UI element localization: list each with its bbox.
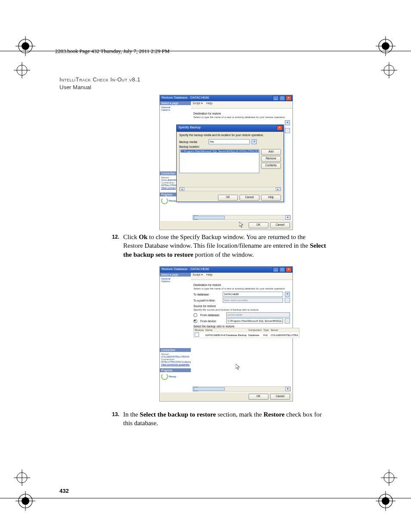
t: Restore <box>264 411 285 418</box>
script-menu[interactable]: Script ▾ <box>193 102 203 105</box>
backup-location-item[interactable]: C:\Program Files\Microsoft SQL Server\MS… <box>181 150 259 152</box>
modal-cancel-button[interactable]: Cancel <box>240 195 259 201</box>
col-name[interactable]: Name <box>205 328 247 332</box>
select-page-header: Select a page <box>160 101 191 105</box>
backup-media-label: Backup media: <box>179 140 207 143</box>
step-12-number: 12. <box>112 233 119 240</box>
right-pane: Script ▾ Help Destination for restore Se… <box>191 273 293 392</box>
add-button[interactable]: Add <box>261 149 281 155</box>
scroll-thumb[interactable] <box>194 216 225 219</box>
left-pane: Select a page General Options Connection… <box>160 273 191 392</box>
src-help: Specify the source and location of backu… <box>193 308 290 311</box>
cancel-button[interactable]: Cancel <box>270 222 290 228</box>
to-db-dropdown-arrow-icon[interactable]: ▾ <box>285 120 290 125</box>
modal-close-button[interactable]: × <box>277 125 283 131</box>
cancel-button[interactable]: Cancel <box>270 394 290 400</box>
minimize-button[interactable]: _ <box>273 96 279 101</box>
page-options[interactable]: Options <box>161 109 190 111</box>
dest-help: Select or type the name of a new or exis… <box>193 116 290 118</box>
registration-mark-icon <box>376 36 395 56</box>
cell-component: Database <box>247 332 262 338</box>
remove-button[interactable]: Remove <box>261 156 281 162</box>
to-point-label: To a point in time: <box>193 299 221 302</box>
to-db-input[interactable]: DATACHE80 <box>223 292 283 297</box>
col-server[interactable]: Server <box>270 328 299 332</box>
from-device-input[interactable]: C:\Program Files\Microsoft SQL Server\MS… <box>226 318 283 324</box>
from-db-input: DATACHE80 <box>226 312 290 317</box>
t: Ok <box>139 233 147 240</box>
crop-target-icon <box>12 468 32 488</box>
crop-target-icon <box>379 468 399 488</box>
backup-location-list[interactable]: C:\Program Files\Microsoft SQL Server\MS… <box>179 149 259 173</box>
cell-type: Full <box>262 332 270 338</box>
crop-target-icon <box>379 60 399 80</box>
modal-help-button[interactable]: Help <box>261 195 281 201</box>
registration-mark-icon <box>376 491 395 511</box>
from-device-browse-button[interactable]: … <box>285 318 290 324</box>
from-database-radio[interactable] <box>193 313 197 317</box>
maximize-button[interactable]: □ <box>279 267 285 272</box>
to-db-dropdown-icon[interactable]: ▾ <box>285 292 290 297</box>
modal-ok-button[interactable]: OK <box>218 195 238 201</box>
col-component[interactable]: Component <box>247 328 262 332</box>
restore-database-window: Restore Database - DATACHE80 _ □ × Selec… <box>159 95 293 230</box>
t: Select the backup to restore <box>140 411 216 418</box>
view-connection-link[interactable]: View connection properties <box>161 363 190 366</box>
progress-header: Progress <box>160 368 191 372</box>
t: section, mark the <box>216 411 263 418</box>
window-title: Restore Database - DATACHE80 <box>162 96 209 100</box>
contents-button[interactable]: Contents <box>261 163 281 169</box>
dest-header: Destination for restore <box>193 283 290 286</box>
from-db-label: From database: <box>200 314 224 317</box>
to-point-input: Most recent possible <box>223 298 283 303</box>
browse-button[interactable]: … <box>285 128 290 133</box>
registration-mark-icon <box>16 36 35 56</box>
step-13-number: 13. <box>112 411 119 418</box>
progress-ready: Ready <box>169 199 176 202</box>
close-button[interactable]: × <box>286 96 292 101</box>
cursor-icon <box>239 222 243 228</box>
window-title: Restore Database - DATACHE80 <box>162 267 209 271</box>
step-13-text: 13. In the Select the backup to restore … <box>123 410 327 428</box>
page-number: 432 <box>59 488 69 494</box>
col-restore[interactable]: Restore <box>194 328 205 332</box>
page-options[interactable]: Options <box>161 280 190 283</box>
horizontal-scrollbar[interactable]: ◂ ▸ <box>193 386 291 392</box>
maximize-button[interactable]: □ <box>279 96 285 101</box>
from-device-radio[interactable] <box>193 319 197 323</box>
col-type[interactable]: Type <box>262 328 270 332</box>
progress-ring-icon <box>161 373 168 380</box>
modal-hscroll[interactable]: ◂ ▸ <box>179 187 281 191</box>
minimize-button[interactable]: _ <box>273 267 279 272</box>
backup-media-dropdown-icon[interactable]: ▾ <box>252 139 257 144</box>
restore-checkbox[interactable] <box>195 333 199 337</box>
scroll-right-icon[interactable]: ▸ <box>285 387 290 391</box>
scroll-left-icon[interactable]: ◂ <box>180 187 184 191</box>
backup-sets-table: Restore Name Component Type Server DATAC… <box>193 328 299 338</box>
help-menu[interactable]: Help <box>206 273 212 276</box>
sets-label: Select the backup sets to restore: <box>193 325 290 328</box>
backup-media-select[interactable]: File <box>209 139 250 144</box>
toolbar: Script ▾ Help <box>191 273 293 280</box>
dest-header: Destination for restore <box>193 112 290 115</box>
cell-name: DATACHE80-Full Database Backup <box>205 332 247 338</box>
step-12-text: 12. Click Ok to close the Specify Backup… <box>123 233 327 259</box>
scroll-right-icon[interactable]: ▸ <box>285 215 290 220</box>
help-menu[interactable]: Help <box>206 102 212 105</box>
progress-ready: Ready <box>169 375 176 378</box>
book-header: 2283.book Page 432 Thursday, July 7, 201… <box>55 48 170 55</box>
close-button[interactable]: × <box>286 267 292 272</box>
src-header: Source for restore <box>193 305 290 308</box>
specify-backup-dialog: Specify Backup × Specify the backup medi… <box>176 124 284 202</box>
script-menu[interactable]: Script ▾ <box>193 273 203 276</box>
ok-button[interactable]: OK <box>249 394 268 400</box>
to-point-browse-button[interactable]: … <box>285 298 290 303</box>
modal-titlebar[interactable]: Specify Backup × <box>177 125 283 132</box>
progress-ring-icon <box>161 197 168 204</box>
restore-database-window-2: Restore Database - DATACHE80 _ □ × Selec… <box>159 266 293 401</box>
ok-button[interactable]: OK <box>249 222 268 228</box>
table-row[interactable]: DATACHE80-Full Database Backup Database … <box>194 332 299 338</box>
scroll-right-icon[interactable]: ▸ <box>276 187 280 191</box>
horizontal-scrollbar[interactable]: ◂ ▸ <box>193 215 291 220</box>
scroll-thumb[interactable] <box>194 387 225 391</box>
